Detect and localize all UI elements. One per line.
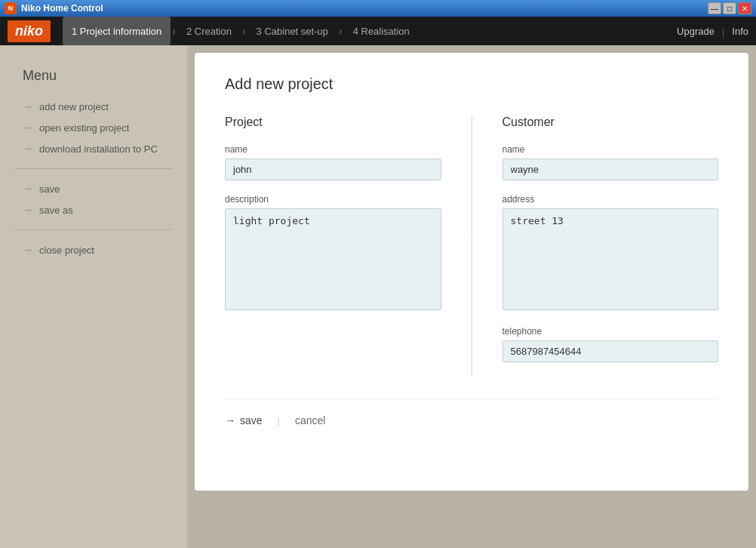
nav-step-2[interactable]: 2 Creation [177,17,241,45]
project-name-label: name [225,144,441,155]
sidebar-item-label: save [39,183,60,195]
sidebar: Menu → add new project → open existing p… [0,45,187,548]
sidebar-item-label: close project [39,245,94,256]
customer-address-group: address [502,194,719,312]
close-button[interactable]: ✕ [738,2,751,14]
form-columns: Project name description Customer [225,115,718,376]
nav-step-1[interactable]: 1 Project information [63,17,171,45]
customer-telephone-input[interactable] [502,340,719,362]
maximize-button[interactable]: □ [723,2,736,14]
app-title: Niko Home Control [21,3,103,14]
customer-section-title: Customer [502,115,719,129]
project-name-group: name [225,144,441,180]
sidebar-item-close-project[interactable]: → close project [15,239,172,260]
project-section-title: Project [225,115,441,129]
nav-left: niko 1 Project information › 2 Creation … [8,17,419,45]
minimize-button[interactable]: — [708,2,721,14]
save-label: save [240,414,263,426]
sidebar-title: Menu [0,60,187,96]
column-divider [472,115,472,376]
content-area: Add new project Project name description [187,45,756,548]
customer-telephone-group: telephone [502,326,719,362]
app-icon: N [5,2,17,14]
window-controls: — □ ✕ [708,2,751,14]
sidebar-divider-2 [15,229,172,230]
arrow-icon: → [23,204,33,216]
chevron-icon-3: › [339,25,343,37]
sidebar-item-save[interactable]: → save [15,178,172,199]
nav-bar: niko 1 Project information › 2 Creation … [0,17,756,45]
sidebar-item-label: save as [39,205,73,216]
customer-telephone-label: telephone [502,326,719,337]
panel-title: Add new project [225,75,718,93]
project-description-textarea[interactable] [225,208,441,310]
sidebar-item-label: download installation to PC [39,143,158,155]
nav-step-4[interactable]: 4 Realisation [344,17,419,45]
sidebar-secondary-group: → save → save as [0,178,187,220]
customer-name-group: name [502,144,719,180]
customer-address-label: address [502,194,719,205]
sidebar-tertiary-group: → close project [0,239,187,260]
title-bar-left: N Niko Home Control [5,2,103,14]
arrow-icon: → [23,122,33,134]
project-description-label: description [225,194,441,205]
save-arrow-icon: → [225,414,235,426]
form-actions: → save | cancel [225,399,718,426]
sidebar-item-download-installation[interactable]: → download installation to PC [15,138,172,159]
nav-right: Upgrade | Info [677,26,748,37]
sidebar-item-add-new-project[interactable]: → add new project [15,96,172,117]
nav-steps: 1 Project information › 2 Creation › 3 C… [63,17,419,45]
arrow-icon: → [23,183,33,195]
chevron-icon-1: › [172,25,176,37]
project-column: Project name description [225,115,441,376]
sidebar-item-open-existing-project[interactable]: → open existing project [15,117,172,138]
customer-address-textarea[interactable] [502,208,719,310]
sidebar-divider-1 [15,168,172,169]
action-divider: | [278,415,280,426]
sidebar-item-save-as[interactable]: → save as [15,199,172,220]
info-link[interactable]: Info [732,26,748,37]
customer-name-input[interactable] [502,159,719,180]
main-layout: Menu → add new project → open existing p… [0,45,756,548]
chevron-icon-2: › [242,25,246,37]
title-bar: N Niko Home Control — □ ✕ [0,0,756,17]
arrow-icon: → [23,244,33,256]
niko-logo: niko [8,20,51,42]
content-panel: Add new project Project name description [195,53,748,491]
nav-step-3[interactable]: 3 Cabinet set-up [247,17,337,45]
arrow-icon: → [23,100,33,112]
project-description-group: description [225,194,441,312]
customer-column: Customer name address telephone [502,115,719,376]
project-name-input[interactable] [225,159,441,180]
customer-name-label: name [502,144,719,155]
sidebar-primary-group: → add new project → open existing projec… [0,96,187,159]
nav-divider: | [722,26,724,37]
arrow-icon: → [23,143,33,155]
sidebar-item-label: add new project [39,101,109,112]
save-action[interactable]: → save [225,414,263,426]
upgrade-link[interactable]: Upgrade [677,26,715,37]
cancel-label[interactable]: cancel [295,414,325,426]
sidebar-item-label: open existing project [39,122,129,134]
